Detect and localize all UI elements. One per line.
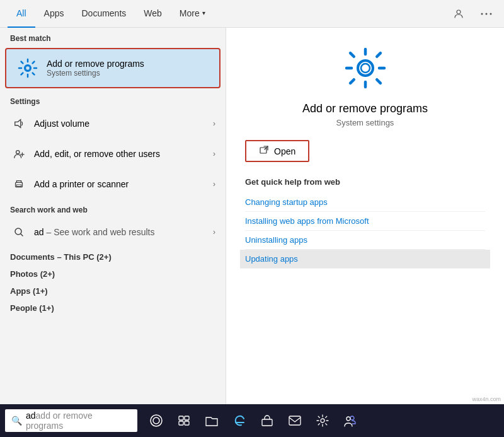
search-web-label: Search work and web (0, 199, 226, 217)
svg-point-2 (490, 13, 492, 15)
svg-rect-17 (179, 421, 183, 425)
adjust-volume-item[interactable]: Adjust volume › (0, 108, 226, 139)
best-match-item[interactable]: Add or remove programs System settings (5, 48, 220, 88)
tab-all[interactable]: All (8, 0, 35, 28)
taskbar: 🔍 adadd or remove programs (0, 404, 504, 437)
taskbar-search[interactable]: 🔍 adadd or remove programs (5, 409, 137, 432)
nav-icons (449, 4, 496, 24)
search-suffix: – See work and web results (44, 227, 155, 237)
users-icon (10, 145, 28, 163)
taskbar-settings-app[interactable] (310, 408, 335, 433)
tab-apps[interactable]: Apps (35, 0, 73, 28)
photos-section[interactable]: Photos (2+) (0, 264, 226, 281)
svg-point-0 (481, 13, 483, 15)
volume-icon (10, 115, 28, 132)
watermark: wax4n.com (470, 395, 503, 403)
right-panel: Add or remove programs System settings O… (226, 28, 504, 404)
svg-point-1 (486, 13, 488, 15)
chevron-right-icon: › (213, 180, 215, 189)
open-button[interactable]: Open (245, 140, 309, 162)
chevron-down-icon: ▾ (202, 9, 205, 16)
help-link-3[interactable]: Updating apps (240, 250, 490, 269)
app-subtitle: System settings (336, 118, 394, 127)
people-section[interactable]: People (1+) (0, 298, 226, 315)
quick-help-title: Get quick help from web (245, 177, 485, 187)
add-printer-item[interactable]: Add a printer or scanner › (0, 169, 226, 199)
svg-marker-5 (15, 120, 21, 128)
taskbar-mail[interactable] (282, 408, 307, 433)
best-match-label: Best match (0, 28, 226, 45)
taskbar-taskview[interactable] (171, 408, 197, 433)
svg-point-22 (350, 416, 354, 420)
taskbar-edge[interactable] (227, 408, 252, 433)
svg-rect-18 (185, 421, 189, 425)
search-icon: 🔍 (11, 416, 22, 426)
svg-point-23 (346, 417, 350, 421)
add-users-item[interactable]: Add, edit, or remove other users › (0, 139, 226, 169)
svg-point-6 (16, 151, 20, 154)
nav-tabs: All Apps Documents Web More ▾ (0, 0, 504, 28)
app-icon-large (340, 43, 391, 93)
taskbar-store[interactable] (255, 408, 280, 433)
search-panel: All Apps Documents Web More ▾ (0, 0, 504, 437)
svg-rect-19 (262, 419, 272, 426)
persona-icon[interactable] (449, 4, 469, 24)
search-query: ad (34, 227, 44, 237)
chevron-right-icon: › (213, 149, 215, 158)
search-placeholder: add or remove programs (26, 411, 93, 431)
tab-web[interactable]: Web (135, 0, 171, 28)
search-web-item[interactable]: ad – See work and web results › (0, 217, 226, 247)
help-link-0[interactable]: Changing startup apps (245, 193, 485, 212)
app-title: Add or remove programs (302, 102, 428, 115)
chevron-right-icon: › (213, 228, 215, 236)
printer-icon (10, 175, 28, 193)
svg-point-21 (321, 419, 324, 422)
apps-section[interactable]: Apps (1+) (0, 281, 226, 298)
chevron-right-icon: › (213, 119, 215, 128)
content-area: Best match Add or remove programs System… (0, 28, 504, 404)
more-options-icon[interactable] (476, 4, 496, 24)
quick-help-section: Get quick help from web Changing startup… (239, 177, 491, 269)
gear-icon (16, 57, 39, 79)
open-icon (259, 145, 269, 157)
svg-rect-20 (289, 416, 301, 425)
svg-point-10 (358, 61, 373, 76)
tab-documents[interactable]: Documents (72, 0, 135, 28)
taskbar-cortana[interactable] (144, 408, 169, 433)
svg-point-4 (26, 66, 30, 71)
svg-rect-16 (185, 416, 189, 420)
svg-rect-15 (179, 416, 183, 420)
help-link-1[interactable]: Installing web apps from Microsoft (245, 212, 485, 231)
documents-section[interactable]: Documents – This PC (2+) (0, 247, 226, 264)
settings-label: Settings (0, 91, 226, 108)
svg-point-13 (151, 415, 162, 426)
svg-rect-8 (16, 185, 21, 187)
left-panel: Best match Add or remove programs System… (0, 28, 226, 404)
tab-more[interactable]: More ▾ (171, 0, 214, 28)
search-typed: ad (26, 411, 36, 421)
taskbar-teams[interactable] (338, 408, 363, 433)
svg-point-11 (361, 64, 370, 73)
best-match-text: Add or remove programs System settings (47, 59, 144, 78)
help-link-2[interactable]: Uninstalling apps (245, 231, 485, 250)
taskbar-explorer[interactable] (199, 408, 224, 433)
search-icon (10, 223, 28, 241)
svg-point-14 (153, 417, 159, 424)
